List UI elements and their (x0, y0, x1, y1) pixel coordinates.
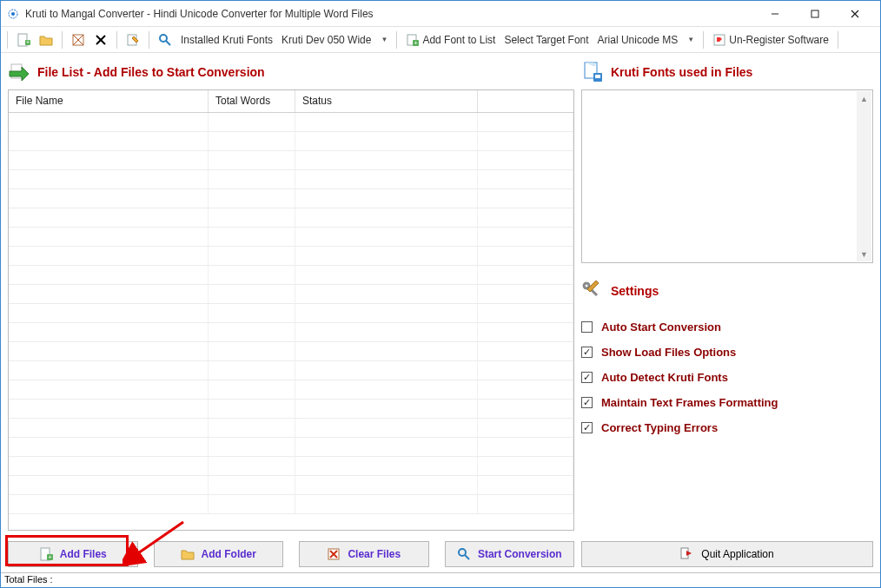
table-row (9, 342, 573, 361)
table-row (9, 132, 573, 151)
toolbar-clear-icon[interactable] (69, 30, 88, 50)
setting-row: Auto Detect Kruti Fonts (581, 371, 873, 384)
toolbar-addfiles-icon[interactable]: + (14, 30, 33, 50)
fonts-used-title: Kruti Fonts used in Files (611, 65, 752, 79)
table-row (9, 400, 573, 419)
chevron-down-icon: ▼ (687, 36, 694, 43)
statusbar: Total Files : (1, 572, 880, 588)
file-save-icon (581, 61, 604, 83)
table-row (9, 266, 573, 285)
table-row (9, 247, 573, 266)
svg-text:+: + (48, 553, 52, 561)
clear-files-button[interactable]: Clear Files (299, 541, 429, 567)
total-files-label: Total Files : (4, 574, 53, 585)
checkbox[interactable] (581, 397, 593, 408)
app-icon (6, 7, 20, 21)
setting-label: Correct Typing Errors (601, 421, 718, 434)
table-row (9, 208, 573, 228)
separator (703, 31, 704, 49)
table-row (9, 170, 573, 189)
search-icon (457, 547, 471, 561)
settings-title: Settings (611, 284, 659, 298)
setting-label: Maintain Text Frames Formatting (601, 396, 778, 409)
separator (116, 31, 117, 49)
svg-point-15 (160, 35, 167, 42)
table-row (9, 457, 573, 476)
close-button[interactable] (835, 2, 875, 26)
svg-line-16 (166, 41, 170, 45)
target-font-value: Arial Unicode MS (598, 34, 679, 46)
col-status[interactable]: Status (295, 90, 478, 112)
settings-header: Settings (581, 279, 873, 303)
unregister-label: Un-Register Software (729, 34, 829, 46)
table-body[interactable] (9, 113, 573, 530)
toolbar-edit-icon[interactable] (123, 30, 142, 50)
svg-point-1 (11, 12, 15, 16)
table-row (9, 304, 573, 323)
scrollbar[interactable]: ▲ ▼ (857, 91, 871, 261)
checkbox[interactable] (581, 321, 593, 333)
exit-icon (680, 546, 694, 563)
setting-row: Correct Typing Errors (581, 421, 873, 434)
add-folder-label: Add Folder (202, 548, 256, 560)
table-row (9, 419, 573, 438)
setting-row: Show Load Files Options (581, 346, 873, 359)
add-folder-button[interactable]: Add Folder (154, 541, 284, 567)
start-conversion-label: Start Conversion (478, 548, 562, 560)
svg-rect-33 (595, 75, 600, 78)
svg-text:+: + (414, 38, 419, 46)
table-row (9, 189, 573, 208)
maximize-button[interactable] (795, 2, 835, 26)
svg-text:+: + (26, 39, 30, 45)
col-empty[interactable] (478, 90, 573, 112)
clear-files-label: Clear Files (348, 548, 401, 560)
table-row (9, 323, 573, 342)
toolbar-addfolder-icon[interactable] (36, 30, 56, 50)
svg-line-29 (465, 555, 469, 559)
toolbar-unregister-button[interactable]: Un-Register Software (710, 30, 831, 50)
installed-fonts-value: Kruti Dev 050 Wide (282, 34, 371, 46)
add-files-button[interactable]: + Add Files (8, 541, 138, 567)
toolbar: + Installed Kruti Fonts Kruti Dev 050 Wi… (1, 27, 880, 53)
quit-button[interactable]: Quit Application (581, 541, 873, 567)
clear-icon (327, 547, 341, 561)
folder-icon (181, 547, 195, 561)
svg-point-28 (459, 549, 466, 556)
setting-row: Auto Start Conversion (581, 320, 873, 334)
target-font-dropdown[interactable]: Arial Unicode MS ▼ (595, 30, 698, 50)
add-files-label: Add Files (60, 548, 107, 560)
separator (396, 31, 397, 49)
separator (838, 31, 838, 49)
table-header: File Name Total Words Status (9, 90, 573, 113)
toolbar-delete-icon[interactable] (91, 30, 110, 50)
installed-fonts-dropdown[interactable]: Kruti Dev 050 Wide ▼ (279, 30, 390, 50)
convert-arrow-icon (8, 61, 30, 83)
checkbox[interactable] (581, 422, 593, 433)
table-row (9, 113, 573, 132)
scroll-up-icon[interactable]: ▲ (857, 91, 871, 106)
titlebar: Kruti to Mangal Converter - Hindi Unicod… (1, 1, 880, 27)
fonts-used-listbox[interactable]: ▲ ▼ (581, 89, 873, 263)
checkbox[interactable] (581, 347, 593, 358)
minimize-button[interactable] (755, 2, 795, 26)
setting-label: Auto Detect Kruti Fonts (601, 371, 728, 384)
table-row (9, 285, 573, 304)
col-filename[interactable]: File Name (9, 90, 209, 112)
separator (149, 31, 149, 49)
table-row (9, 361, 573, 380)
checkbox[interactable] (581, 372, 593, 383)
target-font-label: Select Target Font (501, 30, 591, 50)
col-totalwords[interactable]: Total Words (209, 90, 295, 112)
toolbar-addfont-button[interactable]: + Add Font to List (403, 30, 498, 50)
fonts-used-header: Kruti Fonts used in Files (581, 60, 873, 84)
table-row (9, 151, 573, 170)
quit-label: Quit Application (701, 548, 773, 560)
file-table: File Name Total Words Status (8, 89, 574, 531)
scroll-down-icon[interactable]: ▼ (857, 247, 871, 261)
start-conversion-button[interactable]: Start Conversion (445, 541, 575, 567)
file-list-title: File List - Add Files to Start Conversio… (37, 65, 265, 79)
toolbar-search-icon[interactable] (156, 30, 175, 50)
installed-fonts-label: Installed Kruti Fonts (178, 30, 275, 50)
window-title: Kruti to Mangal Converter - Hindi Unicod… (25, 8, 755, 20)
add-files-icon: + (39, 547, 53, 561)
